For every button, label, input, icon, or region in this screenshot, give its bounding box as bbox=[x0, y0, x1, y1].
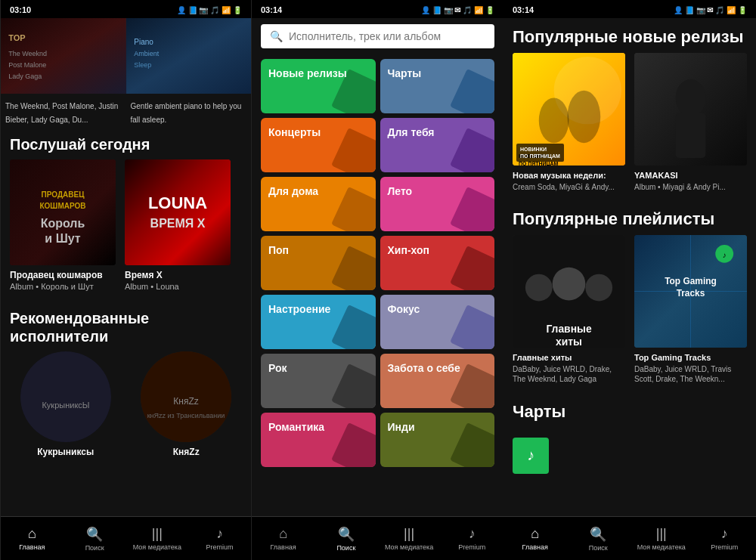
panel-home-2: 03:14 👤 📘 📷 ✉ 🎵 📶 🔋 Популярные новые рел… bbox=[503, 0, 756, 560]
category-mood[interactable]: Настроение bbox=[261, 295, 376, 349]
album-art-king: ПРОДАВЕЦ КОШМАРОВ Король и Шут bbox=[10, 159, 116, 265]
panel2-content: 🔍 Новые релизы Чарты Концерты Для тебя bbox=[252, 18, 503, 560]
cat-label-rock: Рок bbox=[268, 361, 287, 375]
svg-point-24 bbox=[539, 98, 569, 144]
bottom-nav-3: ⌂ Главная 🔍 Поиск ||| Моя медиатека ♪ Pr… bbox=[503, 516, 756, 560]
social-icons-2: 👤 📘 📷 ✉ bbox=[421, 6, 460, 14]
popular-playlists-title: Популярные плейлисты bbox=[503, 200, 756, 235]
charts-section-title: Чарты bbox=[503, 393, 756, 428]
popular-releases-title: Популярные новые релизы bbox=[503, 18, 756, 53]
svg-text:Главные: Главные bbox=[546, 323, 592, 335]
nav-premium-3[interactable]: ♪ Premium bbox=[693, 526, 757, 551]
category-focus[interactable]: Фокус bbox=[380, 295, 495, 349]
nav-library-1[interactable]: ||| Моя медиатека bbox=[126, 526, 189, 551]
nav-premium-label-3: Premium bbox=[711, 543, 738, 551]
nav-home-label-2: Главная bbox=[270, 543, 296, 551]
nav-home-2[interactable]: ⌂ Главная bbox=[252, 526, 314, 551]
album-card-king[interactable]: ПРОДАВЕЦ КОШМАРОВ Король и Шут Продавец … bbox=[10, 159, 116, 291]
nav-search-2[interactable]: 🔍 Поиск bbox=[314, 526, 377, 552]
category-selfcare[interactable]: Забота о себе bbox=[380, 354, 495, 408]
bottom-nav-1: ⌂ Главная 🔍 Поиск ||| Моя медиатека ♪ Pr… bbox=[1, 516, 251, 560]
category-pop[interactable]: Поп bbox=[261, 236, 376, 290]
social-icons-1: 👤 📘 📷 bbox=[177, 6, 209, 14]
nav-premium-1[interactable]: ♪ Premium bbox=[188, 526, 251, 551]
category-for-you[interactable]: Для тебя bbox=[380, 118, 495, 172]
nav-search-label-3: Поиск bbox=[589, 544, 608, 552]
svg-text:КОШМАРОВ: КОШМАРОВ bbox=[39, 202, 85, 210]
svg-text:Top Gaming: Top Gaming bbox=[665, 276, 717, 286]
album-title-louna: Время X bbox=[125, 270, 231, 280]
album-card-louna[interactable]: LOUNA ВРЕМЯ X Время X Album • Louna bbox=[125, 159, 231, 291]
svg-text:Post Malone: Post Malone bbox=[8, 61, 46, 69]
playlist-grid: Главные хиты Главные хиты DaBaby, Juice … bbox=[503, 235, 756, 393]
release-badge: НОВИНКИПО ПЯТНИЦАМ bbox=[516, 144, 564, 162]
artist-avatar-knyaz: КняZz кнЯzz из Трансильвании bbox=[141, 351, 231, 442]
nav-home-3[interactable]: ⌂ Главная bbox=[503, 526, 567, 551]
category-indie[interactable]: Инди bbox=[380, 413, 495, 467]
cat-label-focus: Фокус bbox=[388, 302, 420, 316]
signal-icons-1: 🎵 📶 🔋 bbox=[210, 6, 242, 14]
cat-label-concerts: Концерты bbox=[268, 125, 321, 139]
svg-point-17 bbox=[20, 351, 111, 442]
svg-text:ПРОДАВЕЦ: ПРОДАВЕЦ bbox=[42, 190, 85, 199]
category-hiphop[interactable]: Хип-хоп bbox=[380, 236, 495, 290]
category-summer[interactable]: Лето bbox=[380, 177, 495, 231]
nav-search-label-1: Поиск bbox=[85, 544, 104, 552]
chart-icon: ♪ bbox=[513, 438, 549, 474]
search-icon-2: 🔍 bbox=[270, 30, 283, 42]
nav-premium-label-2: Premium bbox=[458, 543, 485, 551]
nav-search-1[interactable]: 🔍 Поиск bbox=[64, 526, 126, 552]
nav-home-1[interactable]: ⌂ Главная bbox=[1, 526, 64, 551]
category-romance[interactable]: Романтика bbox=[261, 413, 376, 467]
status-bar-3: 03:14 👤 📘 📷 ✉ 🎵 📶 🔋 bbox=[503, 0, 756, 18]
svg-text:и Шут: и Шут bbox=[45, 232, 80, 245]
category-new-releases[interactable]: Новые релизы bbox=[261, 59, 376, 113]
category-concerts[interactable]: Концерты bbox=[261, 118, 376, 172]
category-charts[interactable]: Чарты bbox=[380, 59, 495, 113]
release-title-cream: Новая музыка недели: bbox=[513, 170, 625, 181]
playlist-card-gaming[interactable]: Top Gaming Tracks ♪ Top Gaming Tracks Da… bbox=[634, 235, 747, 384]
hero-img-1: TOP The Weeknd Post Malone Lady Gaga bbox=[1, 18, 126, 94]
album-art-louna: LOUNA ВРЕМЯ X bbox=[125, 159, 231, 265]
nav-search-3[interactable]: 🔍 Поиск bbox=[567, 526, 631, 552]
bottom-nav-2: ⌂ Главная 🔍 Поиск ||| Моя медиатека ♪ Pr… bbox=[252, 516, 503, 560]
panel-home: 03:10 👤 📘 📷 🎵 📶 🔋 bbox=[0, 0, 252, 560]
release-card-yamak[interactable]: YAMAKASI Album • Miyagi & Andy Pi... bbox=[634, 53, 747, 190]
nav-premium-2[interactable]: ♪ Premium bbox=[441, 526, 503, 551]
time-2: 03:14 bbox=[261, 5, 282, 14]
svg-text:TOP: TOP bbox=[8, 33, 25, 42]
cat-label-hiphop: Хип-хоп bbox=[388, 243, 430, 257]
artist-name-knyaz: КняZz bbox=[173, 447, 200, 457]
svg-text:Король: Король bbox=[41, 217, 85, 230]
status-bar-2: 03:14 👤 📘 📷 ✉ 🎵 📶 🔋 bbox=[252, 0, 503, 18]
category-rock[interactable]: Рок bbox=[261, 354, 376, 408]
hero-img-2: Piano Ambient Sleep bbox=[126, 18, 252, 94]
playlist-sub-gaming: DaBaby, Juice WRLD, Travis Scott, Drake,… bbox=[634, 364, 747, 384]
release-grid: НОВИНКИ ПО ПЯТНИЦАМ НОВИНКИПО ПЯТНИЦАМ Н… bbox=[503, 53, 756, 200]
release-art-cream: НОВИНКИ ПО ПЯТНИЦАМ НОВИНКИПО ПЯТНИЦАМ bbox=[513, 53, 625, 166]
svg-point-29 bbox=[676, 79, 706, 117]
svg-rect-14 bbox=[125, 159, 231, 265]
release-card-cream[interactable]: НОВИНКИ ПО ПЯТНИЦАМ НОВИНКИПО ПЯТНИЦАМ Н… bbox=[513, 53, 625, 190]
status-bar-1: 03:10 👤 📘 📷 🎵 📶 🔋 bbox=[1, 0, 251, 18]
panel-search: 03:14 👤 📘 📷 ✉ 🎵 📶 🔋 🔍 Новые релизы Чарты… bbox=[252, 0, 503, 560]
search-input[interactable] bbox=[289, 30, 485, 42]
playlist-card-hits[interactable]: Главные хиты Главные хиты DaBaby, Juice … bbox=[513, 235, 625, 384]
artist-name-kukr: Кукрыниксы bbox=[37, 447, 94, 457]
nav-library-2[interactable]: ||| Моя медиатека bbox=[378, 526, 441, 551]
listen-today-title: Послушай сегодня bbox=[1, 127, 251, 159]
artist-card-kukr[interactable]: КукрыниксЫ Кукрыниксы bbox=[10, 351, 122, 457]
time-1: 03:10 bbox=[10, 5, 31, 14]
nav-library-label-1: Моя медиатека bbox=[133, 543, 181, 551]
category-for-home[interactable]: Для дома bbox=[261, 177, 376, 231]
release-title-yamak: YAMAKASI bbox=[634, 170, 747, 181]
nav-library-3[interactable]: ||| Моя медиатека bbox=[630, 526, 693, 551]
chart-row[interactable]: ♪ bbox=[513, 438, 747, 474]
artists-row: КукрыниксЫ Кукрыниксы КняZz кнЯzz из Тра… bbox=[1, 351, 251, 457]
panel1-content: TOP The Weeknd Post Malone Lady Gaga bbox=[1, 18, 251, 560]
search-icon-1: 🔍 bbox=[86, 526, 103, 543]
search-bar[interactable]: 🔍 bbox=[261, 24, 494, 48]
artist-card-knyaz[interactable]: КняZz кнЯzz из Трансильвании КняZz bbox=[131, 351, 243, 457]
panel3-content: Популярные новые релизы bbox=[503, 18, 756, 560]
cat-label-for-you: Для тебя bbox=[388, 125, 435, 139]
